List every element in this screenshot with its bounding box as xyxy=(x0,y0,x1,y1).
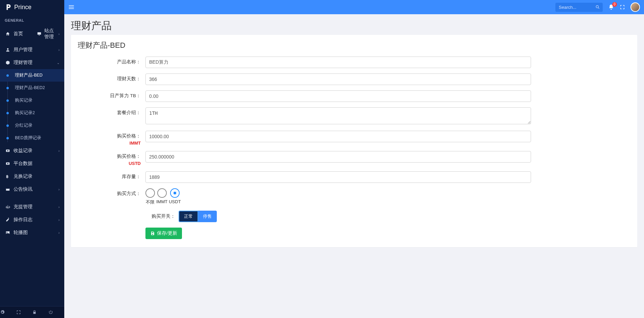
input-stock[interactable] xyxy=(145,171,531,183)
sidebar-label: 公告快讯 xyxy=(14,186,32,192)
sublabel-ustd: USTD xyxy=(78,161,141,166)
svg-rect-14 xyxy=(69,7,74,7)
sidebar-section-title: GENERAL xyxy=(0,14,64,24)
sidebar-label: 收益记录 xyxy=(14,148,32,154)
sidebar-item-site-mgmt[interactable]: 站点管理 › xyxy=(32,24,64,43)
chevron-right-icon: › xyxy=(59,48,60,52)
bitcoin-icon: ฿ xyxy=(5,174,11,179)
content: 理财产品 理财产品-BED 产品名称： 理财天数： 日产算力 TB： 套餐介绍： xyxy=(64,14,644,257)
label-package-intro: 套餐介绍： xyxy=(78,107,145,116)
input-product-name[interactable] xyxy=(145,57,531,68)
sidebar-item-carousel[interactable]: 轮播图 › xyxy=(0,226,64,239)
sidebar-label: 轮播图 xyxy=(14,230,28,236)
page-title: 理财产品 xyxy=(71,19,637,33)
notification-badge: 0 xyxy=(612,2,617,7)
input-buy-price-immt[interactable] xyxy=(145,131,531,142)
label-stock: 库存量： xyxy=(78,171,145,180)
label-buy-method: 购买方式： xyxy=(78,188,145,197)
brand[interactable]: Prince xyxy=(0,0,64,14)
sidebar-item-platform-data[interactable]: 平台数据 xyxy=(0,157,64,170)
switch-buy: 正常 停售 xyxy=(179,211,217,222)
display-icon xyxy=(37,31,42,36)
form-panel: 理财产品-BED 产品名称： 理财天数： 日产算力 TB： 套餐介绍： 1TH xyxy=(71,35,637,247)
switch-off-button[interactable]: 停售 xyxy=(198,211,217,222)
money-icon xyxy=(5,148,11,153)
label-daily-power: 日产算力 TB： xyxy=(78,90,145,99)
radio-label-usdt: USDT xyxy=(169,199,181,204)
money-icon xyxy=(5,161,11,166)
sidebar: Prince GENERAL 首页 站点管理 › 用户管理 › xyxy=(0,0,64,318)
save-label: 保存/更新 xyxy=(157,230,177,236)
sidebar-label: 充提管理 xyxy=(14,204,32,210)
user-icon xyxy=(5,47,11,52)
svg-point-2 xyxy=(7,48,9,50)
sidebar-item-income-rec[interactable]: 收益记录 › xyxy=(0,144,64,157)
sidebar-item-finance-mgmt[interactable]: 理财管理 ⌄ xyxy=(0,56,64,69)
label-buy-price-immt: 购买价格： IMMT xyxy=(78,131,145,146)
save-icon xyxy=(150,231,155,236)
sidebar-label: 兑换记录 xyxy=(14,173,32,179)
radio-immt[interactable] xyxy=(157,188,167,198)
avatar[interactable] xyxy=(630,2,640,12)
chevron-right-icon: › xyxy=(59,231,60,235)
radio-unlimited[interactable] xyxy=(145,188,155,198)
sidebar-item-announcement[interactable]: 公告快讯 › xyxy=(0,183,64,196)
sidebar-sub-item-buy-rec2[interactable]: 购买记录2 xyxy=(0,107,64,119)
sidebar-sub-item-dividend[interactable]: 分红记录 xyxy=(0,119,64,132)
input-package-intro[interactable]: 1TH xyxy=(145,107,531,124)
image-icon xyxy=(5,230,11,235)
sidebar-submenu-finance: 理财产品-BED 理财产品-BED2 购买记录 购买记录2 分红记录 BED质押… xyxy=(0,69,64,144)
sidebar-sub-item-buy-rec[interactable]: 购买记录 xyxy=(0,94,64,107)
sidebar-label: 用户管理 xyxy=(14,47,32,53)
label-buy-switch: 购买开关： xyxy=(145,213,179,219)
edit-icon xyxy=(5,217,11,222)
svg-rect-13 xyxy=(69,5,74,6)
input-buy-price-ustd[interactable] xyxy=(145,151,531,163)
search-wrap xyxy=(555,3,603,12)
sidebar-footer xyxy=(0,306,64,318)
fullscreen-button[interactable] xyxy=(620,4,625,10)
sidebar-item-op-log[interactable]: 操作日志 › xyxy=(0,213,64,226)
svg-point-6 xyxy=(7,163,8,164)
window-icon xyxy=(5,187,11,192)
cube-icon xyxy=(5,60,11,65)
topbar: 0 xyxy=(64,0,644,14)
footer-power-button[interactable] xyxy=(48,306,65,318)
sidebar-label: 操作日志 xyxy=(14,217,32,223)
label-product-name: 产品名称： xyxy=(78,57,145,65)
footer-fullscreen-button[interactable] xyxy=(16,306,32,318)
label-buy-price-ustd: 购买价格： USTD xyxy=(78,151,145,166)
search-input[interactable] xyxy=(555,3,603,12)
chevron-right-icon: › xyxy=(59,205,60,209)
radio-group-buy-method: 不限 IMMT USDT xyxy=(145,188,531,205)
chevron-right-icon: › xyxy=(59,188,60,191)
footer-lock-button[interactable] xyxy=(32,306,48,318)
chevron-down-icon: ⌄ xyxy=(57,61,60,65)
radio-usdt[interactable] xyxy=(170,188,180,198)
label-finance-days: 理财天数： xyxy=(78,73,145,82)
sidebar-nav: 首页 站点管理 › 用户管理 › 理财管理 ⌄ 理财产品-BED xyxy=(0,24,64,239)
sublabel-immt: IMMT xyxy=(78,141,141,146)
radio-label-unlimited: 不限 xyxy=(146,199,155,205)
panel-title: 理财产品-BED xyxy=(78,40,630,50)
save-button[interactable]: 保存/更新 xyxy=(145,228,182,239)
svg-rect-0 xyxy=(38,32,41,35)
input-finance-days[interactable] xyxy=(145,73,531,85)
sidebar-item-exchange-rec[interactable]: ฿ 兑换记录 xyxy=(0,170,64,183)
input-daily-power[interactable] xyxy=(145,90,531,102)
sidebar-sub-item-bed2[interactable]: 理财产品-BED2 xyxy=(0,82,64,94)
radio-label-immt: IMMT xyxy=(156,199,167,204)
sidebar-sub-item-stake[interactable]: BED质押记录 xyxy=(0,132,64,144)
brand-name: Prince xyxy=(14,4,31,11)
svg-text:฿: ฿ xyxy=(6,174,8,178)
footer-settings-button[interactable] xyxy=(0,306,16,318)
notification-button[interactable]: 0 xyxy=(608,4,614,10)
sidebar-sub-item-bed[interactable]: 理财产品-BED xyxy=(0,69,64,82)
svg-rect-9 xyxy=(6,188,10,189)
sidebar-item-deposit-mgmt[interactable]: 充提管理 › xyxy=(0,200,64,213)
brand-logo-icon xyxy=(5,3,12,11)
hamburger-icon[interactable] xyxy=(68,4,74,10)
sidebar-item-home[interactable]: 首页 xyxy=(0,24,32,43)
switch-on-button[interactable]: 正常 xyxy=(179,211,198,222)
sidebar-item-user-mgmt[interactable]: 用户管理 › xyxy=(0,43,64,56)
